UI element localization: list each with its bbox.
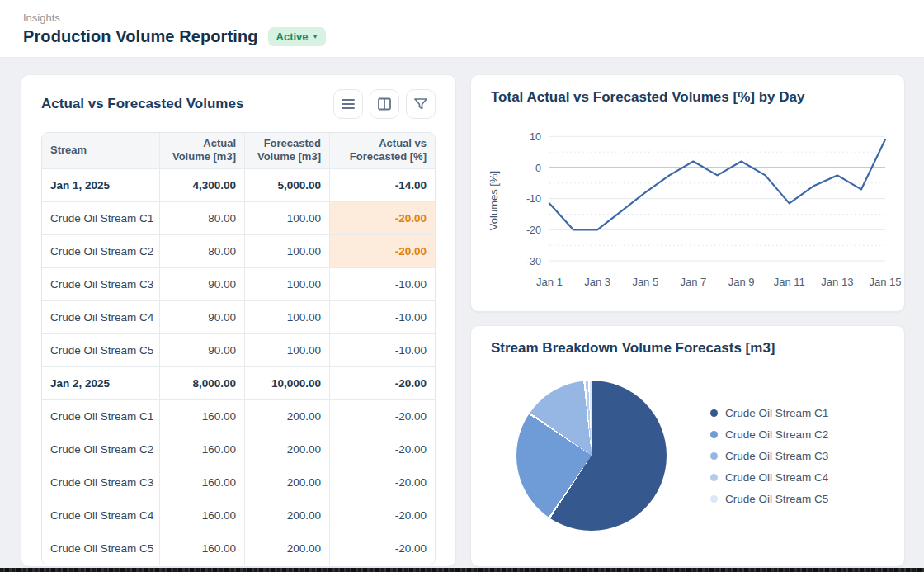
stream-cell: Crude Oil Stream C3 <box>42 267 159 300</box>
variance-cell: -20.00 <box>329 366 435 399</box>
table-row: Crude Oil Stream C490.00100.00-10.00 <box>42 300 435 333</box>
forecasted-volume-cell: 100.00 <box>244 333 329 366</box>
legend-dot-icon <box>710 495 718 503</box>
top-bar: Insights Production Volume Reporting Act… <box>0 0 924 58</box>
actual-volume-cell: 4,300.00 <box>159 168 244 201</box>
actual-volume-cell: 160.00 <box>159 499 244 532</box>
chevron-down-icon: ▾ <box>314 32 318 40</box>
legend-label: Crude Oil Stream C2 <box>725 428 828 441</box>
forecasted-volume-cell: 200.00 <box>244 466 329 499</box>
table-card-title: Actual vs Forecasted Volumes <box>41 96 243 112</box>
column-header-stream[interactable]: Stream <box>42 133 159 168</box>
actual-volume-cell: 160.00 <box>159 399 244 433</box>
table-row: Crude Oil Stream C4160.00200.00-20.00 <box>42 499 435 532</box>
stream-cell: Jan 2, 2025 <box>42 366 159 399</box>
table-row: Jan 2, 20258,000.0010,000.00-20.00 <box>42 366 435 399</box>
variance-cell: -20.00 <box>329 399 435 433</box>
legend-label: Crude Oil Stream C5 <box>725 493 828 505</box>
actual-vs-forecasted-table-card: Actual vs Forecasted Volumes <box>21 74 456 567</box>
breadcrumb[interactable]: Insights <box>23 12 924 26</box>
actual-volume-cell: 160.00 <box>159 466 244 499</box>
stream-cell: Crude Oil Stream C1 <box>42 399 159 433</box>
stream-cell: Crude Oil Stream C4 <box>42 300 159 333</box>
table-header-row: Stream ActualVolume [m3] ForecastedVolum… <box>42 133 435 168</box>
legend-item[interactable]: Crude Oil Stream C2 <box>710 428 828 441</box>
actual-volume-cell: 90.00 <box>159 267 244 300</box>
svg-text:Jan 13: Jan 13 <box>821 276 853 288</box>
svg-text:Jan 9: Jan 9 <box>728 276 755 288</box>
forecasted-volume-cell: 200.00 <box>244 499 329 532</box>
variance-cell: -20.00 <box>329 201 435 234</box>
variance-cell: -20.00 <box>329 433 435 466</box>
svg-text:Jan 7: Jan 7 <box>681 276 707 288</box>
variance-cell: -10.00 <box>329 333 435 366</box>
filter-icon <box>412 96 429 112</box>
table-row: Crude Oil Stream C390.00100.00-10.00 <box>42 267 435 300</box>
forecasted-volume-cell: 200.00 <box>244 399 329 433</box>
legend-label: Crude Oil Stream C4 <box>725 471 828 484</box>
actual-volume-cell: 90.00 <box>159 300 244 333</box>
variance-cell: -10.00 <box>329 300 435 333</box>
y-axis-label: Volumes [%] <box>488 171 500 230</box>
columns-button[interactable] <box>370 89 399 119</box>
table-row: Crude Oil Stream C2160.00200.00-20.00 <box>42 433 435 466</box>
actual-volume-cell: 160.00 <box>159 433 244 466</box>
forecasted-volume-cell: 5,000.00 <box>244 168 329 201</box>
svg-text:Jan 5: Jan 5 <box>632 276 658 288</box>
stream-cell: Jan 1, 2025 <box>42 168 159 201</box>
forecasted-volume-cell: 100.00 <box>244 201 329 234</box>
column-header-actual-volume[interactable]: ActualVolume [m3] <box>159 133 244 168</box>
stream-cell: Crude Oil Stream C3 <box>42 466 159 499</box>
table-toolbar <box>333 89 436 119</box>
pie-chart-title: Stream Breakdown Volume Forecasts [m3] <box>491 340 776 357</box>
menu-icon <box>340 96 356 112</box>
stream-cell: Crude Oil Stream C2 <box>42 234 159 267</box>
table-row: Jan 1, 20254,300.005,000.00-14.00 <box>42 168 435 201</box>
variance-cell: -10.00 <box>329 267 435 300</box>
table-row: Crude Oil Stream C1160.00200.00-20.00 <box>42 399 435 433</box>
actual-volume-cell: 80.00 <box>159 234 244 267</box>
actual-volume-cell: 80.00 <box>159 201 244 234</box>
legend-item[interactable]: Crude Oil Stream C5 <box>710 493 828 505</box>
table-row: Crude Oil Stream C590.00100.00-10.00 <box>42 333 435 366</box>
svg-text:10: 10 <box>530 131 541 143</box>
variance-cell: -20.00 <box>329 532 435 565</box>
stream-cell: Crude Oil Stream C2 <box>42 433 159 466</box>
table-row: Crude Oil Stream C180.00100.00-20.00 <box>42 201 435 234</box>
columns-icon <box>376 96 393 112</box>
forecasted-volume-cell: 100.00 <box>244 300 329 333</box>
forecasted-volume-cell: 100.00 <box>244 267 329 300</box>
legend-item[interactable]: Crude Oil Stream C3 <box>710 450 828 462</box>
line-chart-card: Total Actual vs Forecasted Volumes [%] b… <box>470 74 905 312</box>
data-table[interactable]: Stream ActualVolume [m3] ForecastedVolum… <box>41 132 436 565</box>
svg-text:Jan 11: Jan 11 <box>774 276 805 288</box>
forecasted-volume-cell: 200.00 <box>244 433 329 466</box>
column-header-actual-vs-forecasted[interactable]: Actual vsForecasted [%] <box>329 133 435 168</box>
svg-text:-20: -20 <box>526 225 541 236</box>
line-chart: 100-10-20-30Jan 1Jan 3Jan 5Jan 7Jan 9Jan… <box>471 121 906 306</box>
column-header-forecasted-volume[interactable]: ForecastedVolume [m3] <box>244 133 329 168</box>
table-row: Crude Oil Stream C5160.00200.00-20.00 <box>42 532 435 565</box>
legend-item[interactable]: Crude Oil Stream C1 <box>710 407 828 419</box>
filter-button[interactable] <box>406 89 436 119</box>
page-title: Production Volume Reporting <box>23 27 258 46</box>
pie-chart-card: Stream Breakdown Volume Forecasts [m3] C… <box>470 325 905 567</box>
clipped-content-band <box>0 568 924 572</box>
status-badge[interactable]: Active ▾ <box>268 27 326 46</box>
variance-cell: -14.00 <box>329 168 435 201</box>
status-badge-label: Active <box>276 31 309 43</box>
svg-text:0: 0 <box>535 163 541 174</box>
forecasted-volume-cell: 100.00 <box>244 234 329 267</box>
legend-label: Crude Oil Stream C1 <box>725 407 828 419</box>
stream-cell: Crude Oil Stream C5 <box>42 333 159 366</box>
svg-text:-10: -10 <box>526 193 541 205</box>
legend-item[interactable]: Crude Oil Stream C4 <box>710 471 828 484</box>
pie-legend: Crude Oil Stream C1Crude Oil Stream C2Cr… <box>710 407 828 505</box>
actual-volume-cell: 160.00 <box>159 532 244 565</box>
legend-dot-icon <box>710 474 718 481</box>
stream-cell: Crude Oil Stream C4 <box>42 499 159 532</box>
forecasted-volume-cell: 200.00 <box>244 532 329 565</box>
menu-button[interactable] <box>333 89 363 119</box>
actual-volume-cell: 90.00 <box>159 333 244 366</box>
pie-chart <box>516 381 667 531</box>
